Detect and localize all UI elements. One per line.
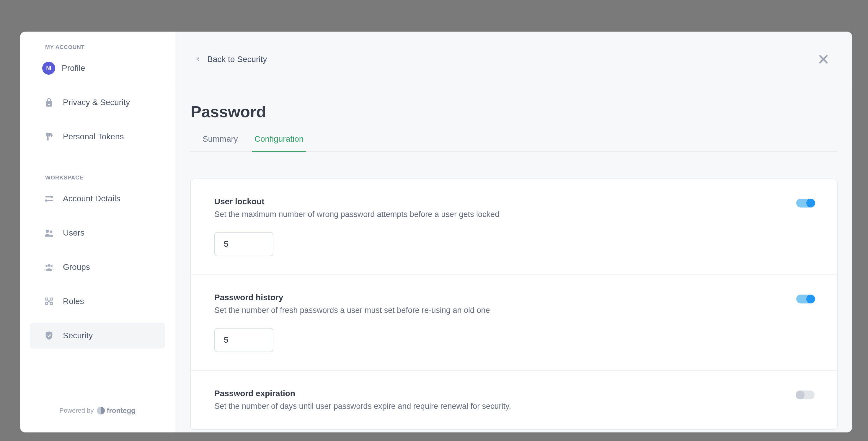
svg-point-8 <box>45 265 48 267</box>
sidebar-item-profile[interactable]: NI Profile <box>30 55 165 81</box>
roles-icon <box>44 296 54 306</box>
password-history-toggle[interactable] <box>796 294 814 304</box>
brand-name: frontegg <box>106 406 135 415</box>
content: Password Summary Configuration User lock… <box>175 87 852 430</box>
chevron-left-icon <box>195 56 202 63</box>
sidebar-item-privacy-security[interactable]: Privacy & Security <box>30 89 165 116</box>
svg-point-0 <box>46 133 49 136</box>
setting-description: Set the number of fresh passwords a user… <box>214 306 813 315</box>
sidebar-item-account-details[interactable]: Account Details <box>30 186 165 212</box>
sidebar-item-label: Account Details <box>63 194 120 203</box>
sidebar-item-label: Users <box>63 228 85 238</box>
svg-point-3 <box>51 196 53 198</box>
toggle-knob <box>796 390 805 399</box>
back-label: Back to Security <box>207 55 267 64</box>
svg-point-7 <box>50 230 53 233</box>
settings-panel: User lockout Set the maximum number of w… <box>190 179 838 430</box>
sidebar-item-security[interactable]: Security <box>30 323 165 349</box>
sidebar-item-users[interactable]: Users <box>30 220 165 246</box>
svg-rect-1 <box>47 136 49 140</box>
avatar: NI <box>42 62 55 75</box>
svg-point-5 <box>45 199 47 201</box>
sidebar-item-label: Personal Tokens <box>63 132 124 141</box>
tabs: Summary Configuration <box>190 134 838 152</box>
tab-summary[interactable]: Summary <box>200 134 240 152</box>
settings-modal: MY ACCOUNT NI Profile Privacy & Security… <box>20 32 852 433</box>
user-lockout-input[interactable] <box>214 232 273 256</box>
sidebar: MY ACCOUNT NI Profile Privacy & Security… <box>20 32 175 433</box>
setting-description: Set the number of days until user passwo… <box>214 402 813 411</box>
svg-rect-2 <box>45 196 51 197</box>
brand-logo-icon <box>97 407 105 414</box>
sidebar-section-my-account: MY ACCOUNT <box>30 43 165 55</box>
topbar: Back to Security <box>175 32 852 87</box>
sidebar-item-label: Privacy & Security <box>63 98 130 107</box>
lock-icon <box>44 97 54 107</box>
setting-description: Set the maximum number of wrong password… <box>214 210 813 219</box>
powered-by-label: Powered by <box>59 407 94 414</box>
back-to-security-button[interactable]: Back to Security <box>195 55 267 64</box>
sidebar-item-groups[interactable]: Groups <box>30 254 165 280</box>
svg-point-6 <box>46 230 49 233</box>
svg-point-10 <box>51 265 53 267</box>
sidebar-item-label: Security <box>63 331 93 340</box>
main-content: Back to Security Password Summary Config… <box>175 32 852 433</box>
tab-configuration[interactable]: Configuration <box>252 134 306 152</box>
powered-by: Powered by frontegg <box>20 406 175 415</box>
key-icon <box>44 132 54 142</box>
setting-password-expiration: Password expiration Set the number of da… <box>191 371 837 429</box>
svg-point-11 <box>48 300 50 302</box>
setting-title: Password expiration <box>214 389 813 398</box>
page-title: Password <box>190 102 838 121</box>
close-icon[interactable] <box>817 54 829 65</box>
toggle-knob <box>806 199 815 208</box>
toggle-knob <box>806 294 815 304</box>
setting-user-lockout: User lockout Set the maximum number of w… <box>191 179 837 275</box>
sidebar-item-label: Roles <box>63 297 84 306</box>
brand[interactable]: frontegg <box>97 406 135 415</box>
svg-rect-4 <box>47 200 53 201</box>
sidebar-section-workspace: WORKSPACE <box>30 173 165 186</box>
setting-title: User lockout <box>214 197 813 206</box>
sliders-icon <box>44 194 54 204</box>
shield-icon <box>44 330 54 341</box>
users-icon <box>44 228 54 238</box>
svg-point-9 <box>48 264 51 267</box>
sidebar-item-roles[interactable]: Roles <box>30 288 165 314</box>
password-history-input[interactable] <box>214 328 273 352</box>
setting-password-history: Password history Set the number of fresh… <box>191 275 837 371</box>
setting-title: Password history <box>214 293 813 302</box>
groups-icon <box>44 262 54 272</box>
sidebar-item-label: Profile <box>62 63 85 73</box>
sidebar-item-personal-tokens[interactable]: Personal Tokens <box>30 124 165 150</box>
sidebar-item-label: Groups <box>63 262 90 272</box>
password-expiration-toggle[interactable] <box>796 390 814 399</box>
user-lockout-toggle[interactable] <box>796 199 814 208</box>
